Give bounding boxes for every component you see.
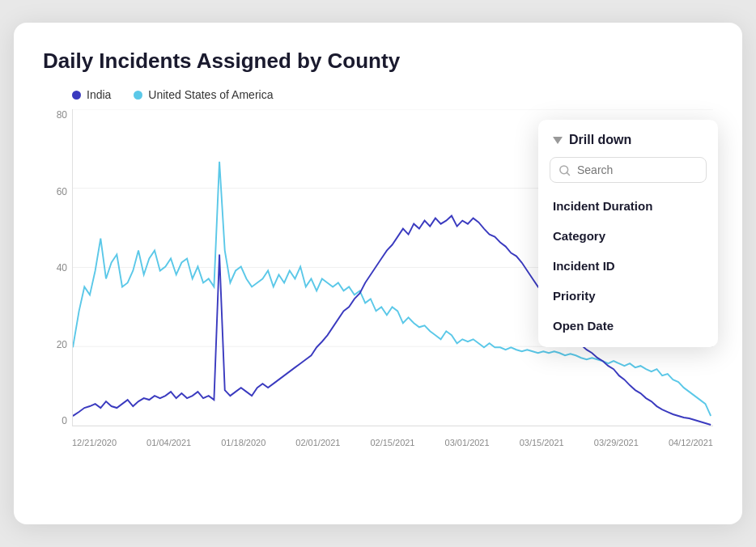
drilldown-header: Drill down — [538, 133, 718, 157]
x-label-6: 03/15/2021 — [520, 438, 564, 447]
svg-line-6 — [567, 172, 569, 175]
search-icon — [559, 164, 571, 176]
y-axis: 80 60 40 20 0 — [43, 109, 72, 449]
x-label-4: 02/15/2021 — [370, 438, 414, 447]
x-label-2: 01/18/2020 — [221, 438, 265, 447]
drilldown-item-category[interactable]: Category — [538, 221, 718, 251]
x-label-1: 01/04/2021 — [147, 438, 191, 447]
drilldown-item-incident-duration[interactable]: Incident Duration — [538, 191, 718, 221]
y-label-0: 0 — [62, 415, 72, 426]
x-label-3: 02/01/2021 — [295, 438, 340, 447]
drilldown-title: Drill down — [569, 133, 631, 147]
drilldown-item-priority[interactable]: Priority — [538, 281, 718, 311]
x-label-5: 03/01/2021 — [445, 438, 490, 447]
chart-legend: India United States of America — [72, 88, 713, 101]
drilldown-item-incident-id[interactable]: Incident ID — [538, 251, 718, 281]
drilldown-triangle-icon — [553, 137, 563, 144]
x-label-8: 04/12/2021 — [669, 438, 713, 447]
legend-usa: United States of America — [134, 88, 273, 101]
legend-india: India — [72, 88, 111, 101]
x-label-0: 12/21/2020 — [72, 438, 117, 447]
legend-label-usa: United States of America — [148, 88, 273, 101]
y-label-60: 60 — [57, 186, 72, 197]
legend-dot-india — [72, 91, 81, 100]
drilldown-panel: Drill down Incident Duration Category In… — [538, 120, 718, 347]
x-label-7: 03/29/2021 — [594, 438, 639, 447]
x-axis: 12/21/2020 01/04/2021 01/18/2020 02/01/2… — [72, 426, 713, 449]
drilldown-search-box[interactable] — [550, 157, 707, 183]
chart-title: Daily Incidents Assigned by County — [43, 49, 713, 74]
drilldown-search-input[interactable] — [577, 163, 698, 176]
y-label-80: 80 — [57, 109, 72, 121]
main-card: Daily Incidents Assigned by County India… — [14, 23, 742, 524]
drilldown-item-open-date[interactable]: Open Date — [538, 311, 718, 341]
legend-label-india: India — [87, 88, 111, 101]
y-label-20: 20 — [57, 339, 72, 350]
y-label-40: 40 — [57, 262, 72, 274]
legend-dot-usa — [134, 91, 142, 100]
